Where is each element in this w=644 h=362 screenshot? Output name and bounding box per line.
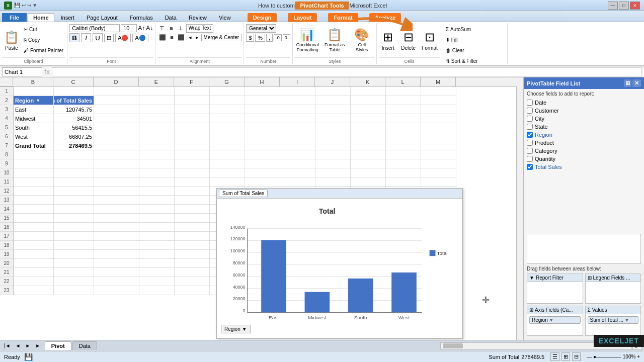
cell-e3[interactable] xyxy=(139,105,175,114)
cell-c12[interactable] xyxy=(54,187,94,196)
cell-m4[interactable] xyxy=(421,114,456,123)
col-header-k[interactable]: K xyxy=(350,77,385,86)
cell-e23[interactable] xyxy=(139,286,175,295)
col-header-b[interactable]: B xyxy=(13,77,53,86)
cell-e19[interactable] xyxy=(139,250,175,259)
row-num-4[interactable]: 4 xyxy=(0,114,13,123)
cell-g9[interactable] xyxy=(210,159,245,168)
sum-total-sales-tag[interactable]: Sum of Total ... ▼ xyxy=(588,316,639,324)
font-size-input[interactable] xyxy=(121,24,137,32)
cell-d13[interactable] xyxy=(94,196,139,205)
wrap-text-button[interactable]: Wrap Text xyxy=(186,24,214,33)
cell-e22[interactable] xyxy=(139,277,175,286)
cell-c13[interactable] xyxy=(54,196,94,205)
sheet-nav-first[interactable]: |◄ xyxy=(2,342,13,349)
fill-color-icon[interactable]: A🔴 xyxy=(115,34,131,42)
cell-l2[interactable] xyxy=(386,96,421,105)
cell-j10[interactable] xyxy=(315,168,351,177)
paste-button[interactable]: 📋 Paste xyxy=(2,24,21,56)
cell-c1[interactable] xyxy=(54,87,94,96)
field-category[interactable]: Category xyxy=(527,147,641,155)
cell-j2[interactable] xyxy=(315,96,351,105)
cell-d17[interactable] xyxy=(94,232,139,241)
cell-c3[interactable]: 120745.75 xyxy=(54,105,94,114)
cell-f20[interactable] xyxy=(175,259,210,268)
pivot-filter-icon[interactable]: ▼ xyxy=(36,98,40,103)
field-city-checkbox[interactable] xyxy=(527,116,533,122)
cell-d18[interactable] xyxy=(94,241,139,250)
row-num-12[interactable]: 12 xyxy=(0,187,13,196)
cell-b8[interactable] xyxy=(14,150,54,159)
cell-d1[interactable] xyxy=(94,87,139,96)
cell-k3[interactable] xyxy=(351,105,386,114)
field-city[interactable]: City xyxy=(527,115,641,123)
sheet-nav-prev[interactable]: ◄ xyxy=(14,342,23,349)
sheet-tab-data[interactable]: Data xyxy=(72,341,97,350)
cell-g4[interactable] xyxy=(210,114,245,123)
cell-d16[interactable] xyxy=(94,223,139,232)
cell-l4[interactable] xyxy=(386,114,421,123)
cell-i7[interactable] xyxy=(280,141,315,150)
indent-dec-icon[interactable]: ◂ xyxy=(187,34,193,41)
cell-h6[interactable] xyxy=(245,132,280,141)
field-date[interactable]: Date xyxy=(527,99,641,107)
row-num-20[interactable]: 20 xyxy=(0,259,13,268)
font-name-input[interactable] xyxy=(69,24,120,32)
cell-j8[interactable] xyxy=(315,150,351,159)
cell-c11[interactable] xyxy=(54,177,94,187)
cell-m2[interactable] xyxy=(421,96,456,105)
cell-l9[interactable] xyxy=(386,159,421,168)
cell-k1[interactable] xyxy=(351,87,386,96)
zoom-slider[interactable]: — ●————— 100% + xyxy=(587,354,640,359)
font-color-icon[interactable]: A🔵 xyxy=(132,34,148,42)
minimize-button[interactable]: — xyxy=(608,2,618,10)
align-middle-icon[interactable]: ≡ xyxy=(168,24,175,33)
field-list-options-icon[interactable]: ⊞ xyxy=(624,79,631,87)
col-header-d[interactable]: D xyxy=(94,77,139,86)
cell-c18[interactable] xyxy=(54,241,94,250)
axis-region-dropdown-icon[interactable]: ▼ xyxy=(549,317,554,323)
cell-c14[interactable] xyxy=(54,205,94,214)
cell-e1[interactable] xyxy=(139,87,175,96)
italic-button[interactable]: I xyxy=(81,33,91,42)
cell-b6[interactable]: West xyxy=(14,132,54,141)
row-num-7[interactable]: 7 xyxy=(0,141,13,150)
cell-j11[interactable] xyxy=(315,177,351,187)
cell-f7[interactable] xyxy=(175,141,210,150)
cell-l8[interactable] xyxy=(386,150,421,159)
cell-d5[interactable] xyxy=(94,123,139,132)
row-num-15[interactable]: 15 xyxy=(0,214,13,223)
cell-h1[interactable] xyxy=(245,87,280,96)
cell-f2[interactable] xyxy=(175,96,210,105)
cell-e6[interactable] xyxy=(139,132,175,141)
cell-b16[interactable] xyxy=(14,223,54,232)
cell-e16[interactable] xyxy=(139,223,175,232)
cell-d3[interactable] xyxy=(94,105,139,114)
cell-j5[interactable] xyxy=(315,123,351,132)
vertical-scrollbar[interactable] xyxy=(516,86,523,340)
row-num-1[interactable]: 1 xyxy=(0,87,13,96)
format-painter-button[interactable]: 🖌 Format Painter xyxy=(22,45,65,55)
decimal-inc-button[interactable]: .0 xyxy=(274,34,282,41)
copy-button[interactable]: ⎘ Copy xyxy=(22,35,65,45)
cell-i8[interactable] xyxy=(280,150,315,159)
field-product[interactable]: Product xyxy=(527,139,641,147)
col-header-h[interactable]: H xyxy=(245,77,280,86)
cell-h5[interactable] xyxy=(245,123,280,132)
cell-g1[interactable] xyxy=(210,87,245,96)
cell-b19[interactable] xyxy=(14,250,54,259)
cell-c6[interactable]: 66807.25 xyxy=(54,132,94,141)
cell-c22[interactable] xyxy=(54,277,94,286)
row-num-14[interactable]: 14 xyxy=(0,205,13,214)
axis-fields-content[interactable]: Region ▼ xyxy=(527,314,583,326)
row-num-23[interactable]: 23 xyxy=(0,286,13,295)
cell-c4[interactable]: 34501 xyxy=(54,114,94,123)
cell-i2[interactable] xyxy=(280,96,315,105)
cell-h8[interactable] xyxy=(245,150,280,159)
border-icon[interactable]: ⊞ xyxy=(104,34,114,42)
field-customer-checkbox[interactable] xyxy=(527,108,533,114)
cell-c17[interactable] xyxy=(54,232,94,241)
cell-d2[interactable] xyxy=(94,96,139,105)
bar-south[interactable] xyxy=(348,279,373,312)
font-shrink-icon[interactable]: A↓ xyxy=(146,25,153,32)
